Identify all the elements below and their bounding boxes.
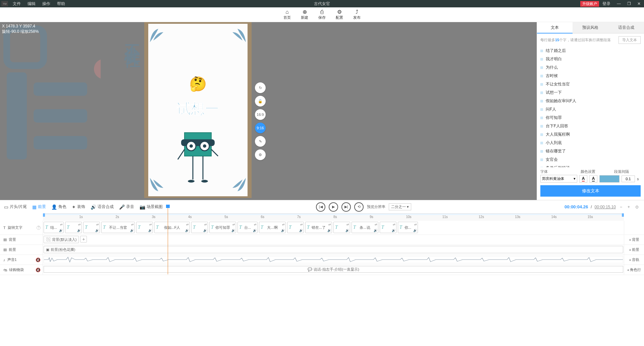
mode-foreground[interactable]: ▦前景 <box>32 204 46 210</box>
login-button[interactable]: 登录 <box>599 1 614 7</box>
maximize-button[interactable]: ❐ <box>624 1 634 6</box>
text-line-item[interactable]: 台下F人回答 <box>540 122 641 130</box>
text-clip[interactable]: T⇄🔊 <box>65 222 82 233</box>
tool-new[interactable]: ⊕新建 <box>301 9 308 20</box>
text-clip[interactable]: T⇄🔊错在...了 <box>305 222 332 233</box>
menu-edit[interactable]: 编辑 <box>24 1 39 7</box>
zoom-fit-button[interactable]: ⊙ <box>634 205 640 209</box>
text-line-item[interactable]: 为什么 <box>540 63 641 72</box>
menu-help[interactable]: 帮助 <box>54 1 68 7</box>
edit-tool[interactable]: ✎ <box>255 136 266 147</box>
rotate-text-clips[interactable]: T⇄🔊结...T⇄🔊T⇄🔊T⇄🔊不让...当官T⇄🔊T⇄🔊假如...F人T⇄🔊T… <box>43 221 624 234</box>
add-foreground-track-button[interactable]: + 前景 <box>624 245 644 255</box>
mode-character[interactable]: 👤角色 <box>51 204 66 210</box>
close-button[interactable]: ✕ <box>634 1 644 6</box>
ratio-9-16[interactable]: 9:16 <box>255 123 266 133</box>
playhead[interactable] <box>168 207 168 274</box>
foreground-track-content[interactable]: ▣前景(粉色花瓣) <box>43 245 624 255</box>
character-action-clip[interactable]: 💬说话-抬左手-介绍(一直显示) <box>44 266 623 273</box>
mode-record[interactable]: 🎤录音 <box>119 204 134 210</box>
tool-publish[interactable]: ⤴发布 <box>353 9 361 20</box>
loop-button[interactable]: ⟲ <box>354 202 364 212</box>
zoom-in-button[interactable]: + <box>626 205 631 209</box>
tab-text[interactable]: 文本 <box>537 22 573 33</box>
settings-tool[interactable]: ⚙ <box>255 149 266 160</box>
text-line-item[interactable]: 你可知罪 <box>540 114 641 122</box>
audio-waveform[interactable] <box>44 256 623 263</box>
background-track-content[interactable]: 背景(默认淡入) + <box>43 235 624 245</box>
lock-tool[interactable]: 🔓 <box>255 96 266 107</box>
mute-icon[interactable]: 🔇 <box>36 268 41 272</box>
mode-screenshot[interactable]: 📷场景截图 <box>140 204 163 210</box>
zoom-out-button[interactable]: − <box>619 205 624 209</box>
spacing-input[interactable] <box>622 176 635 182</box>
play-button[interactable]: ▶ <box>329 202 338 212</box>
add-background-track-button[interactable]: + 背景 <box>624 235 644 245</box>
text-clip[interactable]: T⇄🔊台... <box>237 222 258 233</box>
text-color-button[interactable]: A <box>579 175 587 183</box>
text-line-item[interactable]: 小人到底 <box>540 139 641 147</box>
ratio-16-9[interactable]: 16:9 <box>255 109 266 120</box>
text-clip[interactable]: T⇄🔊 <box>287 222 304 233</box>
modify-text-button[interactable]: 修改文本 <box>540 185 641 197</box>
next-button[interactable]: ▶| <box>341 202 351 212</box>
text-line-item[interactable]: 条件反射的说 <box>540 164 641 167</box>
text-clip[interactable]: T⇄🔊 <box>380 222 396 233</box>
tab-preset-style[interactable]: 预设风格 <box>573 22 608 33</box>
text-line-item[interactable]: 结了婚之后 <box>540 47 641 55</box>
mode-decoration[interactable]: ✦装饰 <box>72 204 85 210</box>
stroke-color-button[interactable]: A <box>589 175 597 183</box>
text-clip[interactable]: T⇄🔊你可知罪 <box>209 222 236 233</box>
help-icon[interactable]: ? <box>37 226 41 230</box>
text-line-item[interactable]: 错在哪里了 <box>540 147 641 155</box>
text-clip[interactable]: T⇄🔊 <box>333 222 350 233</box>
tool-save[interactable]: ⎙保存 <box>318 9 326 20</box>
range-end-handle[interactable] <box>622 213 624 217</box>
rotate-tool[interactable]: ↻ <box>255 82 266 93</box>
text-line-item[interactable]: 古时候 <box>540 72 641 80</box>
background-clip[interactable]: 背景(默认淡入) <box>44 236 79 243</box>
mode-voice[interactable]: 🔊语音合成 <box>91 204 114 210</box>
add-background-button[interactable]: + <box>80 236 87 243</box>
upgrade-button[interactable]: 升级账户 <box>580 1 599 7</box>
prev-button[interactable]: |◀ <box>316 202 325 212</box>
shopping-track-content[interactable]: 💬说话-抬左手-介绍(一直显示) <box>43 265 624 275</box>
preview-resolution-select[interactable]: 二分之一 ▾ <box>389 203 411 210</box>
text-clip[interactable]: T⇄🔊 <box>191 222 208 233</box>
menu-action[interactable]: 操作 <box>39 1 54 7</box>
text-clip[interactable]: T⇄🔊 <box>136 222 153 233</box>
canvas-area[interactable]: X 1478.3 Y 3597.4 旋转-90.0 缩放258% 不让女性 🤔 … <box>0 22 537 200</box>
add-character-track-button[interactable]: + 角色行 <box>624 265 644 275</box>
text-line-item[interactable]: 女官会 <box>540 155 641 164</box>
text-lines-list[interactable]: 结了婚之后我才明白为什么古时候不让女性当官试想一下假如她在审问F人问F人你可知罪… <box>537 47 644 167</box>
font-select[interactable]: 郑庆科黄油体▾ <box>540 175 577 183</box>
text-clip[interactable]: T⇄🔊结... <box>44 222 64 233</box>
text-line-item[interactable]: 我才明白 <box>540 55 641 63</box>
time-total[interactable]: 00:00:15.10 <box>595 205 616 209</box>
text-clip[interactable]: T⇄🔊大...啊 <box>259 222 286 233</box>
text-line-item[interactable]: 问F人 <box>540 105 641 114</box>
add-audio-track-button[interactable]: + 音轨 <box>624 255 644 265</box>
timeline-ruler[interactable]: 1s2s3s4s5s6s7s8s9s10s11s12s13s14s15s <box>43 213 624 221</box>
mode-title-end[interactable]: ▭片头/片尾 <box>4 204 27 210</box>
tool-home[interactable]: ⌂首页 <box>283 9 291 20</box>
text-line-item[interactable]: 试想一下 <box>540 88 641 97</box>
text-clip[interactable]: T⇄🔊条...说 <box>352 222 378 233</box>
tool-config[interactable]: ⚙配置 <box>336 9 343 20</box>
canvas-frame[interactable]: 🤔 试想一 <box>144 22 252 198</box>
text-line-item[interactable]: 假如她在审问F人 <box>540 97 641 105</box>
foreground-clip[interactable]: ▣前景(粉色花瓣) <box>44 246 623 253</box>
audio-track-content[interactable] <box>43 255 624 265</box>
text-clip[interactable]: T⇄🔊你... <box>398 222 418 233</box>
text-clip[interactable]: T⇄🔊 <box>83 222 100 233</box>
text-clip[interactable]: T⇄🔊不让...当官 <box>101 222 135 233</box>
color-swatch[interactable] <box>599 175 620 183</box>
tab-voice-synthesis[interactable]: 语音合成 <box>608 22 644 33</box>
minimize-button[interactable]: — <box>614 1 624 6</box>
menu-file[interactable]: 文件 <box>9 1 24 7</box>
range-start-handle[interactable] <box>43 213 45 217</box>
import-text-button[interactable]: 导入文本 <box>619 36 641 44</box>
mute-icon[interactable]: 🔇 <box>36 258 41 262</box>
text-line-item[interactable]: 大人我冤枉啊 <box>540 130 641 139</box>
text-clip[interactable]: T⇄🔊假如...F人 <box>154 222 190 233</box>
